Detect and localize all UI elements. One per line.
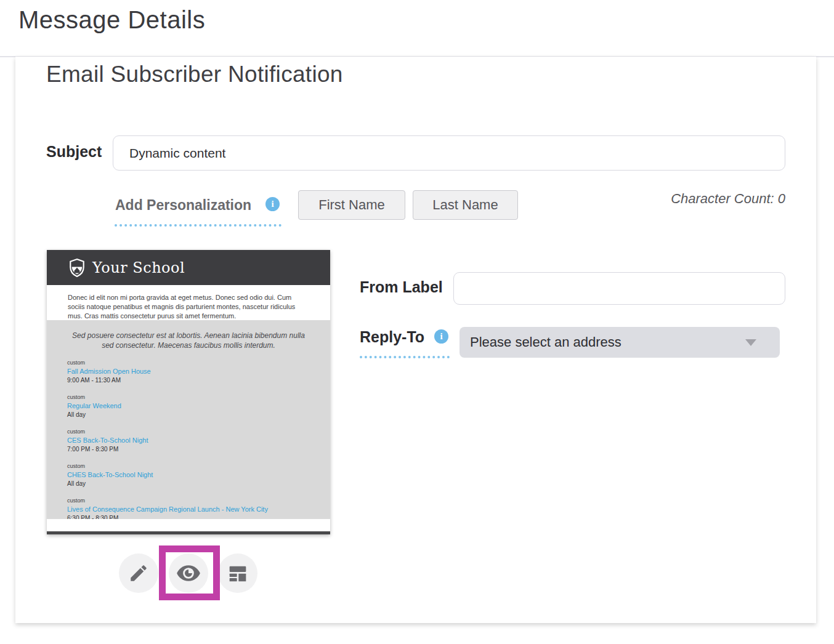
preview-footer-gap: [47, 519, 330, 531]
event-title-link[interactable]: CHES Back-To-School Night: [67, 471, 330, 478]
preview-header: Your School: [47, 250, 330, 285]
info-icon[interactable]: i: [434, 329, 448, 344]
event-title-link[interactable]: CES Back-To-School Night: [67, 437, 330, 444]
message-details-card: Email Subscriber Notification Subject Ad…: [15, 57, 816, 623]
caret-down-icon: [745, 339, 756, 346]
from-label: From Label: [360, 278, 443, 296]
event-tag: custom: [67, 497, 330, 504]
add-personalization-link[interactable]: Add Personalization: [115, 197, 251, 214]
email-preview: Your School Donec id elit non mi porta g…: [47, 250, 330, 534]
shield-icon: [69, 259, 85, 277]
event-item: custom CES Back-To-School Night 7:00 PM …: [67, 429, 330, 453]
preview-body: Sed posuere consectetur est at lobortis.…: [47, 320, 330, 519]
event-item: custom Regular Weekend All day: [67, 394, 330, 418]
last-name-button[interactable]: Last Name: [413, 190, 518, 220]
layout-icon: [228, 563, 248, 583]
subject-input[interactable]: [113, 135, 785, 171]
reply-to-selected-value: Please select an address: [470, 334, 745, 350]
event-tag: custom: [67, 429, 330, 435]
first-name-button[interactable]: First Name: [298, 190, 405, 220]
event-title-link[interactable]: Regular Weekend: [67, 402, 330, 409]
pencil-icon: [128, 563, 149, 584]
preview-quote-text: Sed posuere consectetur est at lobortis.…: [47, 331, 330, 350]
page-title: Message Details: [18, 6, 205, 34]
layout-button[interactable]: [218, 553, 257, 593]
eye-icon: [176, 565, 201, 582]
reply-to-select[interactable]: Please select an address: [460, 327, 780, 358]
event-time: All day: [67, 480, 330, 487]
event-tag: custom: [67, 394, 330, 400]
subject-label: Subject: [46, 143, 102, 161]
event-title-link[interactable]: Lives of Consequence Campaign Regional L…: [67, 505, 330, 513]
preview-intro-text: Donec id elit non mi porta gravida at eg…: [47, 285, 330, 320]
event-item: custom Lives of Consequence Campaign Reg…: [67, 497, 330, 521]
preview-brand-name: Your School: [92, 259, 185, 276]
reply-to-dotted-underline: [360, 356, 450, 358]
event-time: 7:00 PM - 8:30 PM: [67, 446, 330, 453]
preview-button[interactable]: [169, 553, 208, 593]
info-icon[interactable]: i: [265, 197, 280, 211]
event-item: custom CHES Back-To-School Night All day: [67, 463, 330, 487]
preview-footer-bar: [47, 531, 330, 534]
reply-to-label: Reply-To: [360, 328, 424, 346]
message-details-page: Message Details Email Subscriber Notific…: [0, 0, 834, 644]
edit-button[interactable]: [119, 553, 158, 593]
event-title-link[interactable]: Fall Admission Open House: [67, 368, 330, 375]
event-time: All day: [67, 411, 330, 418]
event-tag: custom: [67, 463, 330, 469]
event-item: custom Fall Admission Open House 9:00 AM…: [67, 360, 330, 384]
event-time: 9:00 AM - 11:30 AM: [67, 377, 330, 384]
character-count: Character Count: 0: [671, 191, 785, 207]
notification-heading: Email Subscriber Notification: [46, 62, 343, 87]
event-tag: custom: [67, 360, 330, 366]
from-label-input[interactable]: [453, 272, 785, 305]
event-list: custom Fall Admission Open House 9:00 AM…: [47, 360, 330, 521]
personalization-dotted-underline: [115, 224, 281, 227]
